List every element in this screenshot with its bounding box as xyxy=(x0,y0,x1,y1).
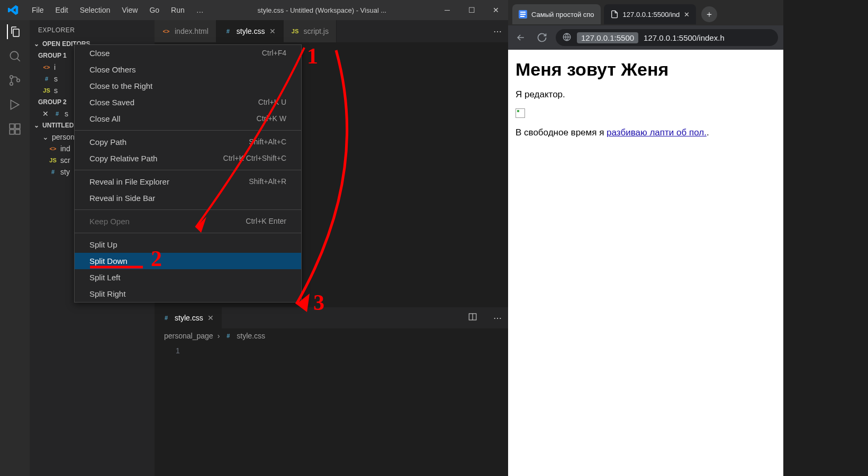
browser-tab-strip: Самый простой спо 127.0.0.1:5500/ind ✕ ＋ xyxy=(508,0,783,25)
svg-rect-6 xyxy=(10,130,14,134)
source-control-icon[interactable] xyxy=(7,73,22,88)
browser-toolbar: 127.0.0.1:5500 127.0.0.1:5500/index.h xyxy=(508,25,783,50)
context-menu-item[interactable]: Reveal in Side Bar xyxy=(75,190,301,206)
file-favicon-icon xyxy=(610,10,619,19)
explorer-icon[interactable] xyxy=(7,24,22,39)
context-menu-label: Reveal in Side Bar xyxy=(89,194,155,203)
context-menu-item[interactable]: Close to the Right xyxy=(75,78,301,94)
address-bar[interactable]: 127.0.0.1:5500 127.0.0.1:5500/index.h xyxy=(556,29,778,46)
browser-tab[interactable]: Самый простой спо xyxy=(512,4,601,24)
js-file-icon: JS xyxy=(42,86,51,95)
context-menu-label: Close All xyxy=(89,114,120,123)
context-menu-separator xyxy=(75,233,301,233)
menu-edit[interactable]: Edit xyxy=(50,3,74,17)
run-debug-icon[interactable] xyxy=(7,97,22,112)
context-menu-item[interactable]: Split Right xyxy=(75,286,301,302)
extensions-icon[interactable] xyxy=(7,122,22,136)
context-menu-item[interactable]: Close SavedCtrl+K U xyxy=(75,94,301,111)
breadcrumb[interactable]: personal_page › # style.css xyxy=(155,328,508,343)
new-tab-button[interactable]: ＋ xyxy=(701,6,717,22)
chevron-right-icon: › xyxy=(218,332,220,340)
css-file-icon: # xyxy=(224,332,232,340)
close-icon[interactable]: ✕ xyxy=(684,11,690,19)
context-menu-label: Keep Open xyxy=(89,217,130,226)
editor-tabs: <> index.html # style.css ✕ JS script.js… xyxy=(155,20,508,42)
context-menu-item[interactable]: CloseCtrl+F4 xyxy=(75,45,301,61)
css-file-icon: # xyxy=(53,109,61,118)
svg-rect-7 xyxy=(15,130,20,134)
css-file-icon: # xyxy=(162,314,170,322)
svg-rect-5 xyxy=(15,124,20,129)
context-menu-separator xyxy=(75,170,301,170)
main-menu: File Edit Selection View Go Run … xyxy=(26,3,209,17)
context-menu-separator xyxy=(75,130,301,131)
browser-tab-active[interactable]: 127.0.0.1:5500/ind ✕ xyxy=(604,4,697,24)
page-link[interactable]: разбиваю лапти об пол. xyxy=(607,127,707,138)
split-editor-layout-icon[interactable] xyxy=(462,312,484,324)
chevron-down-icon: ⌄ xyxy=(42,133,49,141)
js-file-icon: JS xyxy=(291,27,300,35)
context-menu-item[interactable]: Close Others xyxy=(75,61,301,78)
browser-window: Самый простой спо 127.0.0.1:5500/ind ✕ ＋… xyxy=(508,0,783,476)
editor-more-actions[interactable]: ⋯ xyxy=(487,26,508,36)
menu-file[interactable]: File xyxy=(26,3,49,17)
close-icon[interactable]: ✕ xyxy=(269,27,276,35)
svg-point-2 xyxy=(10,83,13,85)
menu-view[interactable]: View xyxy=(116,3,143,17)
tab-label: script.js xyxy=(304,27,329,35)
context-menu-label: Copy Path xyxy=(89,138,126,147)
context-menu-label: Split Up xyxy=(89,240,117,249)
context-menu-shortcut: Ctrl+K W xyxy=(257,114,286,123)
file-name: sty xyxy=(60,168,70,176)
broken-image-icon xyxy=(516,108,525,118)
context-menu-item[interactable]: Reveal in File ExplorerShift+Alt+R xyxy=(75,173,301,190)
menu-selection[interactable]: Selection xyxy=(75,3,116,17)
menu-more[interactable]: … xyxy=(191,3,209,17)
para2-text: В свободное время я xyxy=(516,127,607,138)
vscode-logo-icon xyxy=(0,4,26,16)
maximize-button[interactable]: ☐ xyxy=(459,0,484,20)
split-editor-more-actions[interactable]: ⋯ xyxy=(487,313,508,323)
menu-go[interactable]: Go xyxy=(144,3,165,17)
file-name: ind xyxy=(60,144,70,153)
html-file-icon: <> xyxy=(162,27,170,35)
tab-label: style.css xyxy=(237,27,265,35)
context-menu-item[interactable]: Split Down xyxy=(75,253,301,269)
context-menu-shortcut: Ctrl+K Ctrl+Shift+C xyxy=(223,154,286,163)
menu-run[interactable]: Run xyxy=(166,3,190,17)
url-path: 127.0.0.1:5500/index.h xyxy=(644,33,725,42)
context-menu-label: Split Right xyxy=(89,289,125,298)
page-paragraph-1: Я редактор. xyxy=(516,89,776,100)
html-file-icon: <> xyxy=(42,63,51,71)
context-menu-shortcut: Shift+Alt+R xyxy=(249,177,286,186)
split-tab-style-css[interactable]: # style.css ✕ xyxy=(155,307,222,328)
window-title: style.css - Untitled (Workspace) - Visua… xyxy=(209,6,435,14)
back-button[interactable] xyxy=(513,30,528,45)
line-number: 1 xyxy=(155,343,508,358)
tab-index-html[interactable]: <> index.html xyxy=(155,20,216,42)
svg-point-3 xyxy=(17,79,20,81)
context-menu-label: Close Others xyxy=(89,65,136,74)
close-icon[interactable]: ✕ xyxy=(42,109,50,118)
context-menu-label: Close xyxy=(89,49,110,58)
close-icon[interactable]: ✕ xyxy=(207,314,214,322)
activity-bar xyxy=(0,20,30,476)
file-name: s xyxy=(54,75,58,83)
tab-title: 127.0.0.1:5500/ind xyxy=(623,11,680,19)
docs-favicon-icon xyxy=(519,10,527,19)
context-menu-item[interactable]: Copy Relative PathCtrl+K Ctrl+Shift+C xyxy=(75,150,301,167)
context-menu-item[interactable]: Split Left xyxy=(75,269,301,286)
close-button[interactable]: ✕ xyxy=(484,0,508,20)
minimize-button[interactable]: ─ xyxy=(435,0,459,20)
context-menu-item[interactable]: Split Up xyxy=(75,236,301,253)
sidebar-title: EXPLORER xyxy=(30,20,155,38)
globe-icon xyxy=(562,32,572,43)
context-menu-item[interactable]: Close AllCtrl+K W xyxy=(75,111,301,127)
tab-script-js[interactable]: JS script.js xyxy=(284,20,337,42)
file-name: i xyxy=(54,63,56,71)
search-icon[interactable] xyxy=(7,49,22,63)
tab-style-css[interactable]: # style.css ✕ xyxy=(216,20,284,42)
js-file-icon: JS xyxy=(49,156,57,164)
reload-button[interactable] xyxy=(535,30,549,45)
context-menu-item[interactable]: Copy PathShift+Alt+C xyxy=(75,134,301,150)
